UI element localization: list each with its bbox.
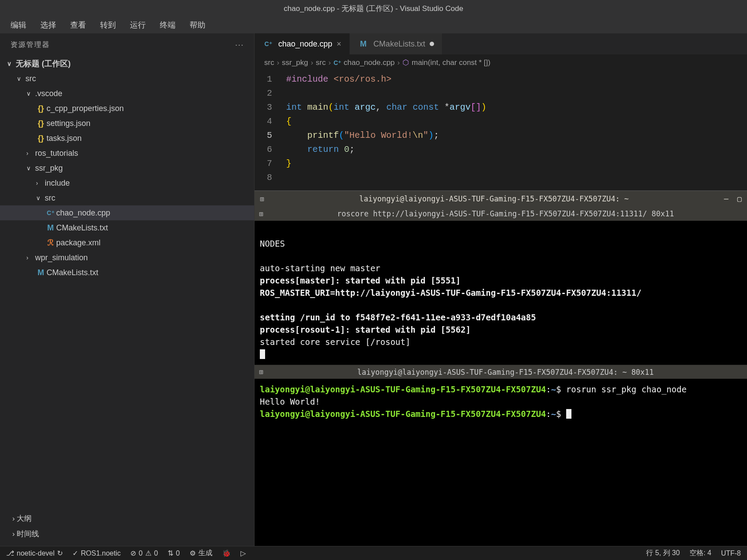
breadcrumb-item[interactable]: chao_node.cpp [344, 58, 395, 67]
breadcrumb-item[interactable]: src [264, 58, 274, 67]
tree-label: ros_tutorials [35, 149, 78, 158]
close-icon[interactable]: × [337, 39, 341, 49]
xml-icon: ℛ [45, 238, 56, 248]
breadcrumb-item[interactable]: main(int, char const * []) [412, 58, 491, 67]
terminal-prompt-host: laiyongyi@laiyongyi-ASUS-TUF-Gaming-F15-… [260, 384, 546, 394]
file-tasks-json[interactable]: {}tasks.json [0, 131, 254, 146]
modified-dot-icon [430, 42, 434, 46]
terminal-line: auto-starting new master [260, 263, 381, 273]
menu-select[interactable]: 选择 [34, 18, 62, 32]
folder-ros-tutorials[interactable]: ›ros_tutorials [0, 146, 254, 161]
menu-edit[interactable]: 编辑 [4, 18, 32, 32]
breadcrumb-item[interactable]: src [316, 58, 326, 67]
workspace-label: 无标题 (工作区) [16, 58, 71, 69]
file-package-xml[interactable]: ℛpackage.xml [0, 235, 254, 250]
tree-label: settings.json [47, 119, 90, 128]
minimize-icon[interactable]: — [724, 194, 729, 203]
editor-tabs: C⁺ chao_node.cpp × M CMakeLists.txt [255, 33, 747, 54]
status-linecol[interactable]: 行 5, 列 30 [646, 549, 679, 558]
breadcrumb-item[interactable]: ssr_pkg [282, 58, 308, 67]
terminal-panel: ⊞ laiyongyi@laiyongyi-ASUS-TUF-Gaming-F1… [255, 190, 747, 546]
status-problems[interactable]: ⊘0 ⚠0 [130, 549, 158, 557]
tab-label: chao_node.cpp [278, 39, 332, 49]
file-tree: ∨ 无标题 (工作区) ∨src ∨.vscode {}c_cpp_proper… [0, 54, 254, 506]
ports-icon: ⇅ [168, 549, 173, 557]
status-ros[interactable]: ✓ ROS1.noetic [72, 549, 121, 557]
menu-bar: 编辑 选择 查看 转到 运行 终端 帮助 [0, 17, 747, 33]
terminal-prompt-path: ~ [551, 409, 556, 419]
sidebar-footer: › 大纲 › 时间线 [0, 506, 254, 546]
terminal-window-title: laiyongyi@laiyongyi-ASUS-TUF-Gaming-F15-… [264, 194, 724, 203]
file-cmakelists-root[interactable]: MCMakeLists.txt [0, 265, 254, 280]
terminal-line: Hello World! [260, 397, 320, 406]
cmake-icon: M [358, 39, 369, 49]
file-settings-json[interactable]: {}settings.json [0, 116, 254, 131]
chevron-right-icon: › [36, 179, 45, 187]
split-panel-icon[interactable]: ⊞ [260, 195, 264, 203]
terminal-output-2[interactable]: laiyongyi@laiyongyi-ASUS-TUF-Gaming-F15-… [255, 379, 747, 424]
terminal-cursor [260, 349, 265, 359]
chevron-down-icon: ∨ [7, 60, 16, 67]
folder-src[interactable]: ∨src [0, 71, 254, 86]
tree-label: src [45, 194, 55, 203]
terminal-titlebar[interactable]: ⊞ laiyongyi@laiyongyi-ASUS-TUF-Gaming-F1… [255, 191, 747, 207]
terminal-tabbar-2[interactable]: ⊞ laiyongyi@laiyongyi-ASUS-TUF-Gaming-F1… [255, 365, 747, 379]
menu-run[interactable]: 运行 [124, 18, 152, 32]
menu-help[interactable]: 帮助 [183, 18, 212, 32]
folder-include[interactable]: ›include [0, 176, 254, 190]
cpp-icon: C⁺ [334, 59, 341, 66]
split-panel-icon[interactable]: ⊞ [259, 368, 263, 376]
more-actions-icon[interactable]: ⋯ [235, 39, 244, 50]
status-branch[interactable]: ⎇ noetic-devel ↻ [6, 549, 63, 557]
workspace-root[interactable]: ∨ 无标题 (工作区) [0, 56, 254, 71]
status-spaces[interactable]: 空格: 4 [690, 549, 711, 558]
cpp-icon: C⁺ [45, 209, 56, 216]
status-bar: ⎇ noetic-devel ↻ ✓ ROS1.noetic ⊘0 ⚠0 ⇅ 0… [0, 546, 747, 560]
breadcrumb[interactable]: src› ssr_pkg› src› C⁺chao_node.cpp› ⬡mai… [255, 54, 747, 71]
tree-label: src [25, 74, 36, 83]
maximize-icon[interactable]: ▢ [737, 194, 742, 203]
terminal-line: ROS_MASTER_URI=http://laiyongyi-ASUS-TUF… [260, 288, 641, 298]
tree-label: CMakeLists.txt [47, 268, 98, 277]
folder-ssr-src[interactable]: ∨src [0, 190, 254, 205]
debug-icon: 🐞 [222, 549, 231, 557]
folder-wpr-simulation[interactable]: ›wpr_simulation [0, 250, 254, 265]
terminal-line: process[master]: started with pid [5551] [260, 276, 461, 285]
status-build[interactable]: ⚙ 生成 [190, 549, 212, 558]
chevron-right-icon: › [26, 150, 35, 157]
status-run[interactable]: ▷ [241, 549, 246, 557]
chevron-right-icon: › [26, 254, 35, 261]
terminal-cursor [566, 409, 571, 419]
gear-icon: ⚙ [190, 549, 196, 557]
terminal-command: rosrun ssr_pkg chao_node [566, 384, 687, 394]
terminal-line: process[rosout-1]: started with pid [556… [260, 325, 470, 334]
timeline-section[interactable]: › 时间线 [0, 526, 254, 542]
timeline-label: 时间线 [17, 530, 39, 538]
terminal-prompt-path: ~ [551, 384, 556, 394]
terminal-tabbar-1[interactable]: ⊞ roscore http://laiyongyi-ASUS-TUF-Gami… [255, 207, 747, 221]
chevron-down-icon: ∨ [36, 194, 45, 201]
tree-label: wpr_simulation [35, 253, 88, 262]
menu-terminal[interactable]: 终端 [154, 18, 182, 32]
file-c-cpp-properties[interactable]: {}c_cpp_properties.json [0, 101, 254, 116]
split-panel-icon[interactable]: ⊞ [259, 210, 263, 218]
folder-vscode[interactable]: ∨.vscode [0, 86, 254, 101]
tab-cmakelists[interactable]: M CMakeLists.txt [350, 33, 442, 54]
terminal-tab-title: roscore http://laiyongyi-ASUS-TUF-Gaming… [269, 209, 743, 218]
menu-go[interactable]: 转到 [94, 18, 122, 32]
chevron-down-icon: ∨ [26, 165, 35, 172]
file-chao-node-cpp[interactable]: C⁺chao_node.cpp [0, 205, 254, 220]
cmake-icon: M [35, 268, 47, 277]
explorer-sidebar: 资源管理器 ⋯ ∨ 无标题 (工作区) ∨src ∨.vscode {}c_cp… [0, 33, 255, 546]
status-debug[interactable]: 🐞 [222, 549, 231, 557]
folder-ssr-pkg[interactable]: ∨ssr_pkg [0, 161, 254, 176]
warning-icon: ⚠ [145, 549, 151, 557]
status-encoding[interactable]: UTF-8 [721, 549, 741, 557]
outline-section[interactable]: › 大纲 [0, 511, 254, 526]
tab-chao-node[interactable]: C⁺ chao_node.cpp × [255, 33, 350, 54]
status-ports[interactable]: ⇅ 0 [168, 549, 180, 557]
menu-view[interactable]: 查看 [64, 18, 92, 32]
terminal-output-1[interactable]: NODES auto-starting new master process[m… [255, 221, 747, 365]
breadcrumb-separator: › [328, 58, 331, 67]
file-cmakelists-ssr[interactable]: MCMakeLists.txt [0, 220, 254, 235]
